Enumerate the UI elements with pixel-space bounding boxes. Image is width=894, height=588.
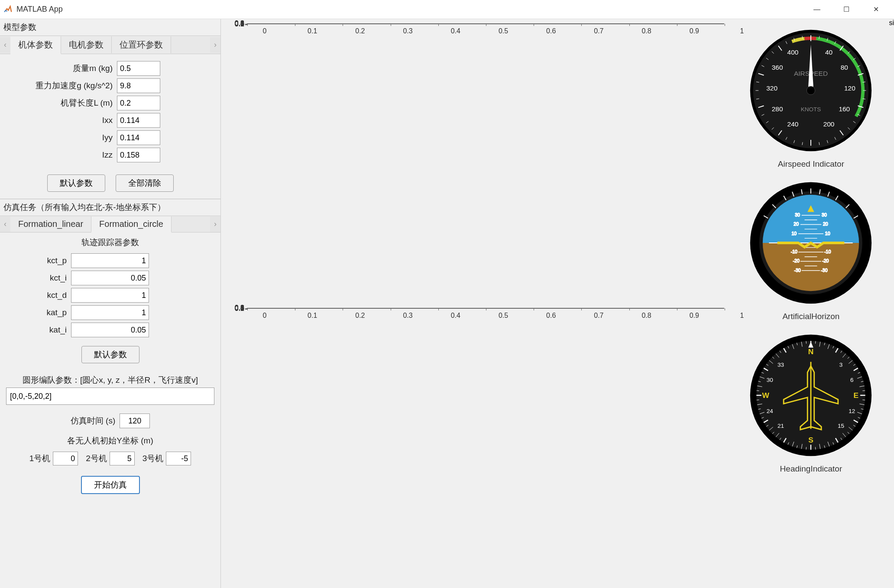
svg-text:W: W [762, 391, 770, 400]
tracker-defaults-button[interactable]: 默认参数 [81, 346, 139, 363]
knots-label: KNOTS [801, 106, 821, 113]
window-controls: — ☐ ✕ [802, 1, 891, 18]
heading-gauge[interactable]: N E S W 3 6 12 15 21 24 30 33 [748, 333, 874, 458]
svg-text:280: 280 [772, 105, 783, 113]
arm-input[interactable] [117, 96, 160, 110]
svg-text:160: 160 [839, 105, 850, 113]
svg-text:10: 10 [792, 231, 797, 236]
plot-1[interactable]: 00.10.20.30.40.50.60.70.80.91 [247, 23, 724, 24]
tab-body-params[interactable]: 机体参数 [10, 36, 61, 54]
kcti-input[interactable] [71, 271, 149, 285]
svg-text:240: 240 [787, 120, 799, 128]
heading-label: HeadingIndicator [780, 464, 842, 474]
svg-text:320: 320 [767, 84, 778, 92]
arm-label: 机臂长度L (m) [6, 97, 117, 109]
xtick-label: 0.6 [546, 312, 556, 320]
kcti-label: kct_i [6, 273, 71, 283]
ixx-input[interactable] [117, 113, 160, 128]
mass-label: 质量m (kg) [6, 63, 117, 74]
svg-text:360: 360 [772, 64, 783, 71]
tab-scroll-right-2[interactable]: › [210, 216, 220, 232]
svg-text:400: 400 [787, 48, 799, 56]
ytick-label: 1 [230, 19, 244, 27]
svg-text:30: 30 [822, 212, 827, 217]
svg-text:10: 10 [825, 231, 830, 236]
tab-position-loop-params[interactable]: 位置环参数 [112, 36, 171, 53]
svg-text:-30: -30 [794, 268, 801, 273]
xtick-label: 0.9 [690, 312, 699, 320]
svg-text:6: 6 [850, 377, 854, 383]
airspeed-gauge[interactable]: 4080120160200240280320360400 AIRSPEED KN… [748, 28, 874, 153]
svg-text:15: 15 [838, 423, 845, 429]
model-clear-button[interactable]: 全部清除 [116, 174, 174, 192]
gravity-input[interactable] [117, 78, 160, 93]
katp-label: kat_p [6, 308, 71, 317]
svg-point-53 [807, 86, 815, 94]
tab-motor-params[interactable]: 电机参数 [61, 36, 112, 53]
svg-text:20: 20 [794, 221, 799, 226]
plot-2[interactable]: 00.10.20.30.40.50.60.70.80.91 [247, 308, 724, 309]
kctp-input[interactable] [71, 253, 149, 268]
xtick-label: 0 [263, 312, 267, 320]
izz-input[interactable] [117, 148, 160, 162]
svg-text:24: 24 [767, 408, 774, 414]
kctd-input[interactable] [71, 288, 149, 303]
tracker-form: kct_p kct_i kct_d kat_p kat_i [0, 251, 220, 344]
svg-text:20: 20 [823, 221, 828, 226]
model-defaults-button[interactable]: 默认参数 [47, 174, 105, 192]
sim-time-input[interactable] [120, 414, 150, 428]
start-sim-button[interactable]: 开始仿真 [81, 476, 140, 494]
gauges-panel: 4080120160200240280320360400 AIRSPEED KN… [733, 19, 889, 588]
iyy-input[interactable] [117, 130, 160, 145]
horizon-gauge[interactable]: 1010 2020 3030 -10-10 -20-20 -30-30 [748, 180, 874, 306]
izz-label: Izz [6, 150, 117, 160]
circle-params-input[interactable] [6, 388, 214, 405]
tab-formation-linear[interactable]: Formation_linear [10, 216, 91, 232]
maximize-button[interactable]: ☐ [832, 1, 861, 18]
matlab-logo-icon [3, 5, 13, 14]
xtick-label: 0.2 [355, 312, 365, 320]
init-y-label: 各无人机初始Y坐标 (m) [0, 431, 220, 446]
horizon-label: ArtificialHorizon [782, 312, 839, 321]
ytick-label: 1 [230, 304, 244, 312]
xtick-label: 0.9 [690, 27, 699, 35]
xtick-label: 0.7 [594, 312, 603, 320]
svg-text:200: 200 [823, 120, 835, 128]
uav3-label: 3号机 [143, 453, 164, 464]
sim-tasks-title: 仿真任务（所有输入均在北-东-地坐标系下） [0, 199, 220, 216]
tab-scroll-left[interactable]: ‹ [0, 37, 10, 53]
chevron-left-icon: ‹ [4, 40, 6, 49]
uav2-input[interactable] [110, 452, 135, 465]
window-title: MATLAB App [16, 5, 802, 14]
iyy-label: Iyy [6, 133, 117, 142]
svg-text:-10: -10 [824, 249, 831, 254]
svg-text:80: 80 [841, 64, 848, 71]
kctp-label: kct_p [6, 256, 71, 265]
tab-scroll-right[interactable]: › [210, 37, 220, 53]
mass-input[interactable] [117, 61, 160, 76]
sim-time-label: 仿真时间 (s) [71, 415, 120, 426]
circle-params-label: 圆形编队参数：[圆心x, y, z，半径R，飞行速度v] [0, 370, 220, 388]
xtick-label: 1 [740, 312, 744, 320]
tab-scroll-left-2[interactable]: ‹ [0, 216, 10, 232]
xtick-label: 0.7 [594, 27, 603, 35]
sim-tasks-tabs: ‹ Formation_linear Formation_circle › [0, 216, 220, 233]
close-button[interactable]: ✕ [861, 1, 891, 18]
tab-formation-circle[interactable]: Formation_circle [91, 216, 172, 233]
xtick-label: 0.2 [355, 27, 365, 35]
uav1-input[interactable] [53, 452, 78, 465]
minimize-button[interactable]: — [802, 1, 832, 18]
uav3-input[interactable] [166, 452, 191, 465]
tracker-params-title: 轨迹跟踪器参数 [0, 233, 220, 251]
svg-text:-30: -30 [821, 268, 828, 273]
svg-text:S: S [809, 436, 814, 444]
ixx-label: Ixx [6, 116, 117, 125]
svg-text:30: 30 [767, 377, 773, 383]
kati-input[interactable] [71, 323, 149, 337]
svg-line-100 [816, 341, 816, 344]
svg-text:33: 33 [777, 362, 784, 368]
chevron-left-icon: ‹ [4, 220, 6, 229]
katp-input[interactable] [71, 305, 149, 320]
chevron-right-icon: › [214, 40, 217, 49]
svg-text:21: 21 [777, 423, 784, 429]
